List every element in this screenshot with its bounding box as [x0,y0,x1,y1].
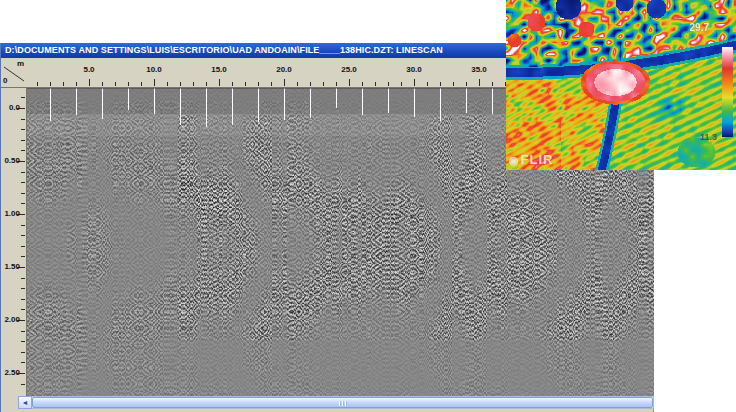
flir-logo-text: FLIR [521,152,554,167]
scroll-thumb[interactable] [32,397,653,408]
distance-tick [89,79,90,86]
depth-tick [21,362,25,363]
left-arrow-icon: ◄ [22,399,29,406]
distance-tick [479,79,480,86]
distance-tick [141,82,142,86]
distance-tick [427,82,428,86]
horizontal-scrollbar[interactable]: ◄ [18,396,654,409]
depth-tick [21,140,25,141]
depth-tick [21,341,25,342]
depth-tick [21,129,25,130]
depth-tick [21,384,25,385]
depth-tick [21,309,25,310]
distance-tick [440,82,441,86]
depth-label: 2.00 [1,315,20,324]
distance-tick [219,79,220,86]
distance-label: 35.0 [467,65,491,74]
depth-tick [21,193,25,194]
depth-tick [21,299,25,300]
distance-tick [154,79,155,86]
distance-tick [76,82,77,86]
depth-tick [21,256,25,257]
depth-label: 2.50 [1,368,20,377]
distance-tick [336,82,337,86]
flir-thermal-overlay: 29.7 11.3 ◉FLIR [506,0,736,170]
distance-tick [466,82,467,86]
depth-tick [21,150,25,151]
flir-logo-icon: ◉ [509,154,520,166]
depth-tick [21,352,25,353]
distance-tick [310,82,311,86]
depth-tick [21,172,25,173]
distance-label: 10.0 [142,65,166,74]
depth-label: 0.50 [1,156,20,165]
corner-unit-label: m [17,59,24,68]
distance-tick [375,82,376,86]
distance-tick [245,82,246,86]
screenshot-stage: { "window": { "title": "D:\\DOCUMENTS AN… [0,0,736,412]
distance-tick [115,82,116,86]
depth-tick [21,182,25,183]
distance-tick [37,82,38,86]
distance-tick [128,82,129,86]
distance-tick [193,82,194,86]
distance-tick [414,79,415,86]
distance-tick [206,82,207,86]
distance-label: 20.0 [272,65,296,74]
depth-tick [21,235,25,236]
scroll-thumb-grip [339,401,348,406]
depth-tick [21,119,25,120]
depth-tick [21,278,25,279]
distance-tick [492,82,493,86]
distance-tick [180,82,181,86]
distance-tick [63,82,64,86]
distance-label: 25.0 [337,65,361,74]
scroll-left-button[interactable]: ◄ [18,396,32,409]
distance-tick [349,79,350,86]
depth-tick [21,246,25,247]
distance-tick [102,82,103,86]
scroll-track[interactable] [32,396,654,409]
distance-tick [362,82,363,86]
distance-label: 5.0 [77,65,101,74]
distance-tick [388,82,389,86]
depth-label: 1.00 [1,209,20,218]
distance-tick [232,82,233,86]
distance-tick [297,82,298,86]
distance-label: 15.0 [207,65,231,74]
depth-label: 1.50 [1,262,20,271]
distance-tick [323,82,324,86]
distance-tick [258,82,259,86]
temp-max-label: 29.7 [690,22,709,33]
corner-origin-label: 0 [3,76,7,85]
flir-logo: ◉FLIR [509,152,554,167]
distance-tick [167,82,168,86]
depth-tick [21,331,25,332]
temp-min-label: 11.3 [700,132,717,142]
depth-tick [21,225,25,226]
ruler-corner: m 0 [1,58,27,88]
distance-tick [50,82,51,86]
depth-label: 0.0 [1,103,20,112]
depth-tick [21,97,25,98]
depth-tick [21,203,25,204]
distance-tick [453,82,454,86]
depth-ruler: 0.00.501.001.502.002.50 [1,88,27,396]
distance-label: 30.0 [402,65,426,74]
distance-tick [401,82,402,86]
depth-tick [21,288,25,289]
window-title-text: D:\DOCUMENTS AND SETTINGS\LUIS\ESCRITORI… [5,45,443,55]
thermal-colorbar [722,47,733,137]
distance-tick [284,79,285,86]
distance-tick [271,82,272,86]
